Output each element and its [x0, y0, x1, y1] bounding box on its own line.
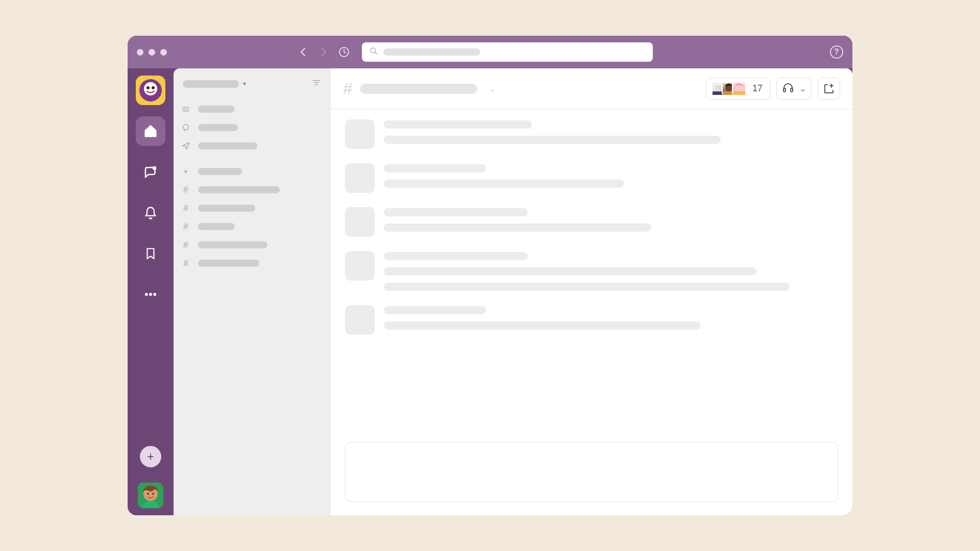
- message-avatar: [345, 207, 375, 237]
- message[interactable]: [345, 119, 838, 149]
- list-icon: [181, 105, 191, 114]
- nav-item-label: [198, 142, 257, 149]
- message[interactable]: [345, 163, 838, 193]
- channel-title[interactable]: [360, 84, 477, 94]
- history-nav: [297, 42, 653, 62]
- channel-item[interactable]: #: [181, 202, 324, 214]
- canvas-button[interactable]: [818, 78, 840, 100]
- help-button[interactable]: ?: [830, 45, 843, 59]
- sidebar-nav-item[interactable]: [181, 140, 324, 152]
- channel-item[interactable]: #: [181, 257, 324, 269]
- back-button[interactable]: [297, 45, 310, 59]
- message-avatar: [345, 251, 375, 281]
- message-list: [331, 109, 852, 442]
- message-line: [384, 136, 721, 144]
- hash-icon: #: [181, 185, 191, 195]
- caret-down-icon: ▼: [181, 169, 191, 174]
- section-label: [198, 168, 242, 175]
- svg-point-4: [144, 82, 157, 95]
- chevron-down-icon: ⌄: [799, 84, 806, 93]
- close-dot[interactable]: [137, 49, 143, 56]
- message-line: [384, 223, 651, 232]
- message[interactable]: [345, 251, 838, 291]
- message-line: [384, 164, 486, 172]
- message[interactable]: [345, 305, 838, 335]
- message-line: [384, 306, 486, 314]
- nav-item-label: [198, 106, 235, 113]
- hash-icon: #: [181, 203, 191, 214]
- workspace-name: [183, 80, 239, 88]
- message-line: [384, 120, 532, 129]
- nav-rail: +: [128, 68, 174, 515]
- search-placeholder: [383, 48, 480, 56]
- huddle-button[interactable]: ⌄: [776, 78, 812, 100]
- hash-icon: #: [181, 258, 191, 269]
- channel-name: [198, 260, 259, 267]
- channel-name: [198, 241, 267, 248]
- svg-point-22: [183, 124, 189, 130]
- svg-point-9: [145, 293, 148, 296]
- channel-item[interactable]: #: [181, 184, 324, 196]
- forward-button[interactable]: [317, 45, 330, 59]
- chevron-down-icon: ▾: [243, 80, 246, 87]
- svg-point-5: [146, 86, 150, 89]
- message-line: [384, 180, 624, 188]
- channel-item[interactable]: #: [181, 220, 324, 233]
- svg-point-10: [150, 293, 152, 296]
- channel-sidebar: ▾ ▼: [174, 68, 331, 515]
- svg-rect-29: [783, 88, 786, 92]
- chevron-down-icon[interactable]: ⌄: [489, 85, 496, 93]
- svg-point-14: [147, 493, 149, 495]
- maximize-dot[interactable]: [160, 49, 167, 56]
- rail-later[interactable]: [136, 239, 165, 268]
- sidebar-nav-item[interactable]: [181, 103, 324, 115]
- rail-activity[interactable]: [136, 198, 165, 228]
- minimize-dot[interactable]: [149, 49, 155, 56]
- composer-area: [331, 442, 852, 515]
- message-line: [384, 321, 700, 330]
- rail-home[interactable]: [136, 116, 165, 146]
- workspace-header[interactable]: ▾: [174, 68, 331, 99]
- headphones-icon: [782, 82, 794, 96]
- workspace-switcher[interactable]: [136, 76, 165, 105]
- svg-rect-7: [150, 132, 152, 136]
- rail-more[interactable]: [136, 280, 165, 309]
- message-line: [384, 267, 756, 276]
- send-icon: [181, 141, 191, 151]
- filter-button[interactable]: [311, 78, 322, 90]
- message[interactable]: [345, 207, 838, 237]
- search-icon: [369, 46, 378, 58]
- svg-line-2: [375, 52, 377, 54]
- message-avatar: [345, 305, 375, 335]
- history-button[interactable]: [337, 45, 351, 59]
- nav-item-label: [198, 124, 238, 131]
- search-input[interactable]: [362, 42, 653, 62]
- svg-point-6: [152, 86, 155, 89]
- main-panel: # ⌄: [331, 68, 852, 515]
- member-avatars: [712, 82, 746, 96]
- avatar: [732, 82, 746, 96]
- channel-item[interactable]: #: [181, 239, 324, 251]
- svg-rect-30: [791, 88, 793, 92]
- message-line: [384, 252, 528, 260]
- message-avatar: [345, 119, 375, 149]
- message-avatar: [345, 163, 375, 193]
- channel-name: [198, 186, 280, 193]
- members-button[interactable]: 17: [706, 78, 770, 100]
- channel-name: [198, 205, 255, 212]
- user-avatar[interactable]: [138, 483, 163, 508]
- message-line: [384, 208, 528, 216]
- add-button[interactable]: +: [140, 446, 161, 467]
- rail-dms[interactable]: [136, 157, 165, 187]
- svg-point-15: [152, 493, 154, 495]
- svg-point-11: [154, 293, 156, 296]
- member-count: 17: [750, 83, 765, 94]
- body: + ▾: [128, 68, 852, 515]
- sidebar-section-header[interactable]: ▼: [181, 165, 324, 178]
- svg-point-27: [736, 85, 742, 91]
- app-window: ?: [128, 36, 852, 515]
- sidebar-nav-item[interactable]: [181, 121, 324, 134]
- hash-icon: #: [181, 221, 191, 232]
- message-composer[interactable]: [345, 442, 838, 502]
- channel-name: [198, 223, 235, 230]
